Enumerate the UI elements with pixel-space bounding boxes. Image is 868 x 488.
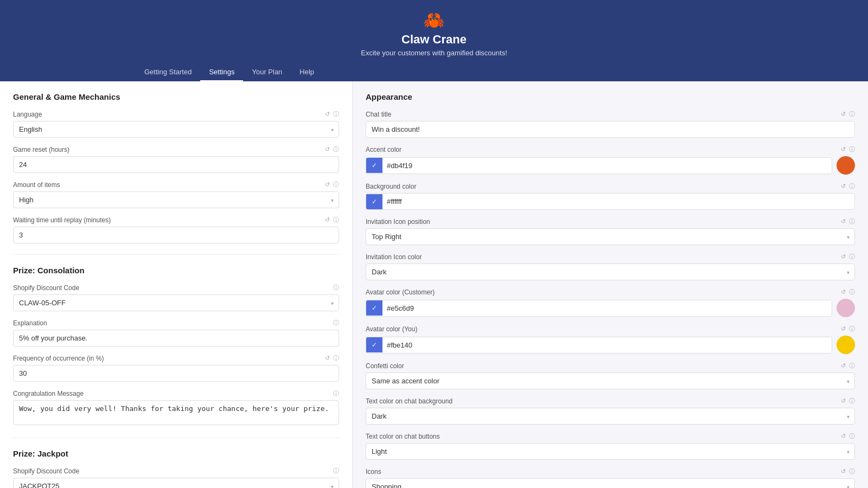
waiting-time-reset-icon[interactable]: ↺ <box>325 216 330 223</box>
waiting-time-label-row: Waiting time until replay (minutes) ↺ ⓘ <box>13 216 339 224</box>
accent-color-check-btn[interactable]: ✓ <box>366 158 382 173</box>
shopify-code-consolation-info-icon[interactable]: ⓘ <box>333 284 339 292</box>
shopify-code-jackpot-select[interactable]: JACKPOT25 <box>13 478 339 488</box>
frequency-consolation-input[interactable] <box>13 365 339 382</box>
congratulation-consolation-field: Congratulation Message ⓘ Wow, you did ve… <box>13 389 339 427</box>
text-chat-btn-wrapper: Light Dark ▾ <box>366 443 855 460</box>
text-chat-bg-label-row: Text color on chat background ↺ ⓘ <box>366 397 855 405</box>
amount-items-icons: ↺ ⓘ <box>325 181 339 189</box>
game-reset-reset-icon[interactable]: ↺ <box>325 146 330 153</box>
avatar-you-swatch[interactable] <box>837 336 855 354</box>
avatar-customer-info-icon[interactable]: ⓘ <box>849 288 855 296</box>
chat-title-reset-icon[interactable]: ↺ <box>841 111 846 118</box>
tab-settings[interactable]: Settings <box>200 63 243 81</box>
frequency-consolation-field: Frequency of occurrence (in %) ↺ ⓘ <box>13 354 339 382</box>
accent-color-swatch[interactable] <box>837 156 855 175</box>
text-chat-bg-select[interactable]: Dark Light <box>366 408 855 425</box>
avatar-you-info-icon[interactable]: ⓘ <box>849 325 855 333</box>
main-nav: Getting Started Settings Your Plan Help <box>0 63 868 81</box>
tab-getting-started[interactable]: Getting Started <box>136 63 200 81</box>
app-subtitle: Excite your customers with gamified disc… <box>0 49 868 57</box>
confetti-color-select[interactable]: Same as accent color Custom <box>366 373 855 389</box>
chat-title-label: Chat title <box>366 111 391 118</box>
explanation-consolation-input[interactable] <box>13 330 339 346</box>
accent-color-reset-icon[interactable]: ↺ <box>841 146 846 153</box>
chat-title-info-icon[interactable]: ⓘ <box>849 110 855 118</box>
icons-info-icon[interactable]: ⓘ <box>849 467 855 476</box>
text-chat-btn-label: Text color on chat buttons <box>366 433 440 440</box>
shopify-code-jackpot-label: Shopify Discount Code <box>13 467 79 475</box>
background-color-check-btn[interactable]: ✓ <box>366 194 382 209</box>
accent-color-input[interactable] <box>382 158 832 174</box>
language-label: Language <box>13 111 42 118</box>
waiting-time-info-icon[interactable]: ⓘ <box>333 216 339 224</box>
congratulation-consolation-textarea[interactable]: Wow, you did very well! Thanks for takin… <box>13 400 339 425</box>
congratulation-consolation-info-icon[interactable]: ⓘ <box>333 389 339 397</box>
background-color-input-area: ✓ <box>366 193 855 210</box>
avatar-you-check-btn[interactable]: ✓ <box>366 337 382 352</box>
avatar-you-input[interactable] <box>382 337 832 353</box>
accent-color-info-icon[interactable]: ⓘ <box>849 145 855 153</box>
language-label-row: Language ↺ ⓘ <box>13 110 339 118</box>
invitation-icon-color-info-icon[interactable]: ⓘ <box>849 253 855 261</box>
invitation-position-select[interactable]: Top Right Top Left Bottom Right Bottom L… <box>366 228 855 245</box>
invitation-icon-color-select[interactable]: Dark Light <box>366 264 855 280</box>
text-chat-btn-info-icon[interactable]: ⓘ <box>849 432 855 440</box>
invitation-icon-color-label-row: Invitation Icon color ↺ ⓘ <box>366 253 855 261</box>
icons-select[interactable]: Shopping Gift Star <box>366 478 855 488</box>
header-logo: 🦀 <box>0 10 868 30</box>
tab-help[interactable]: Help <box>291 63 323 81</box>
confetti-color-info-icon[interactable]: ⓘ <box>849 362 855 370</box>
game-reset-info-icon[interactable]: ⓘ <box>333 145 339 153</box>
right-panel: Appearance Chat title ↺ ⓘ Accent color ↺… <box>353 81 868 488</box>
frequency-consolation-label-row: Frequency of occurrence (in %) ↺ ⓘ <box>13 354 339 362</box>
confetti-color-reset-icon[interactable]: ↺ <box>841 362 846 369</box>
invitation-position-info-icon[interactable]: ⓘ <box>849 217 855 226</box>
background-color-field: Background color ↺ ⓘ ✓ <box>366 182 855 210</box>
avatar-customer-reset-icon[interactable]: ↺ <box>841 288 846 296</box>
appearance-title: Appearance <box>366 92 855 101</box>
frequency-consolation-info-icon[interactable]: ⓘ <box>333 354 339 362</box>
avatar-customer-swatch[interactable] <box>837 299 855 317</box>
icons-reset-icon[interactable]: ↺ <box>841 468 846 475</box>
divider-2 <box>13 438 339 438</box>
text-chat-bg-label: Text color on chat background <box>366 397 452 405</box>
invitation-position-wrapper: Top Right Top Left Bottom Right Bottom L… <box>366 228 855 245</box>
game-reset-icons: ↺ ⓘ <box>325 145 339 153</box>
game-reset-input[interactable] <box>13 156 339 173</box>
amount-items-reset-icon[interactable]: ↺ <box>325 181 330 188</box>
accent-color-label: Accent color <box>366 146 401 153</box>
text-chat-bg-info-icon[interactable]: ⓘ <box>849 397 855 405</box>
amount-items-info-icon[interactable]: ⓘ <box>333 181 339 189</box>
background-color-reset-icon[interactable]: ↺ <box>841 183 846 190</box>
waiting-time-input[interactable] <box>13 227 339 243</box>
shopify-code-consolation-field: Shopify Discount Code ⓘ CLAW-05-OFF ▾ <box>13 284 339 311</box>
frequency-consolation-reset-icon[interactable]: ↺ <box>325 355 330 362</box>
background-color-info-icon[interactable]: ⓘ <box>849 182 855 190</box>
background-color-input[interactable] <box>382 194 854 209</box>
background-color-label-row: Background color ↺ ⓘ <box>366 182 855 190</box>
explanation-consolation-info-icon[interactable]: ⓘ <box>333 319 339 327</box>
avatar-you-input-area: ✓ <box>366 337 832 354</box>
avatar-customer-check-btn[interactable]: ✓ <box>366 300 382 316</box>
shopify-code-jackpot-info-icon[interactable]: ⓘ <box>333 467 339 475</box>
chat-title-input[interactable] <box>366 121 855 138</box>
language-info-icon[interactable]: ⓘ <box>333 110 339 118</box>
avatar-you-reset-icon[interactable]: ↺ <box>841 325 846 332</box>
text-chat-btn-reset-icon[interactable]: ↺ <box>841 433 846 440</box>
language-reset-icon[interactable]: ↺ <box>325 111 330 118</box>
text-chat-bg-reset-icon[interactable]: ↺ <box>841 397 846 404</box>
amount-items-select[interactable]: High Medium Low <box>13 191 339 208</box>
shopify-code-jackpot-icons: ⓘ <box>333 467 339 475</box>
avatar-customer-input[interactable] <box>382 300 832 316</box>
shopify-code-consolation-icons: ⓘ <box>333 284 339 292</box>
avatar-customer-label-row: Avatar color (Customer) ↺ ⓘ <box>366 288 855 296</box>
tab-your-plan[interactable]: Your Plan <box>243 63 291 81</box>
invitation-position-reset-icon[interactable]: ↺ <box>841 218 846 225</box>
text-chat-btn-select[interactable]: Light Dark <box>366 443 855 460</box>
invitation-icon-color-reset-icon[interactable]: ↺ <box>841 253 846 260</box>
language-select[interactable]: English <box>13 121 339 138</box>
shopify-code-consolation-select[interactable]: CLAW-05-OFF <box>13 294 339 311</box>
background-color-wrapper: ✓ <box>366 193 855 210</box>
avatar-you-wrapper: ✓ <box>366 336 855 354</box>
